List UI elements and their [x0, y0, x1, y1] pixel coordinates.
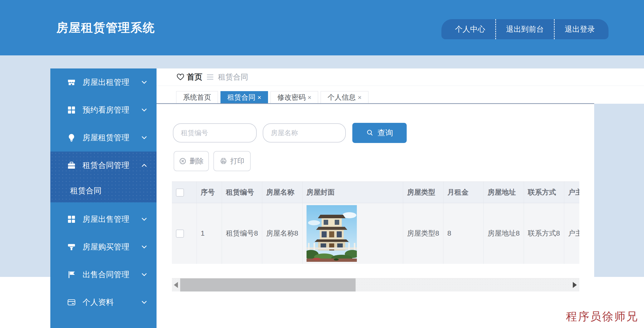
cell-index: 1 [197, 203, 222, 264]
chevron-up-icon [140, 162, 148, 169]
sidebar-item-house-sale-mgmt[interactable]: 房屋出售管理 [50, 205, 157, 233]
close-icon[interactable]: × [358, 94, 361, 101]
grid-icon [66, 105, 77, 115]
breadcrumb-home-label: 首页 [187, 72, 202, 82]
tab-system-home[interactable]: 系统首页 [176, 91, 218, 104]
select-all-checkbox[interactable] [176, 189, 184, 197]
main-panel: 查询 删除 打印 [157, 104, 594, 277]
close-icon[interactable]: × [257, 94, 261, 101]
nav-logout-label: 退出登录 [565, 24, 595, 34]
app-title: 房屋租赁管理系统 [56, 0, 155, 55]
col-header-owner: 户主 [564, 182, 579, 203]
scroll-left-arrow-icon[interactable] [174, 282, 178, 288]
cell-house-type: 房屋类型8 [403, 203, 443, 264]
house-name-input[interactable] [263, 123, 346, 142]
col-header-rent: 月租金 [443, 182, 483, 203]
delete-button-label: 删除 [190, 156, 204, 166]
tab-lease-contract[interactable]: 租赁合同 × [220, 91, 268, 104]
card-icon [66, 297, 77, 307]
search-button[interactable]: 查询 [352, 123, 407, 143]
tab-label: 修改密码 [277, 93, 306, 102]
close-icon[interactable]: × [308, 94, 311, 101]
col-header-house-name: 房屋名称 [262, 182, 302, 203]
cell-cover [302, 203, 403, 264]
sidebar-item-personal-profile[interactable]: 个人资料 [50, 288, 157, 316]
app-root: 房屋租赁管理系统 个人中心 退出到前台 退出登录 房屋出租管理 [0, 0, 644, 328]
tab-personal-info[interactable]: 个人信息 × [321, 91, 368, 104]
sidebar: 房屋出租管理 预约看房管理 [50, 68, 157, 328]
col-header-rent-no: 租赁编号 [222, 182, 262, 203]
sidebar-item-house-purchase-mgmt[interactable]: 房屋购买管理 [50, 233, 157, 261]
scroll-right-arrow-icon[interactable] [573, 282, 577, 288]
sidebar-item-viewing-booking[interactable]: 预约看房管理 [50, 96, 157, 124]
nav-profile-center[interactable]: 个人中心 [445, 19, 495, 39]
sidebar-item-lease-contract-mgmt[interactable]: 租赁合同管理 [50, 152, 157, 179]
table-row: 1 租赁编号8 房屋名称8 [172, 203, 579, 264]
row-checkbox[interactable] [176, 230, 184, 238]
tab-label: 个人信息 [327, 93, 356, 102]
heart-icon [176, 73, 185, 81]
sidebar-item-label: 房屋购买管理 [83, 242, 129, 252]
col-header-index: 序号 [197, 182, 222, 203]
house-photo [307, 205, 357, 262]
briefcase-icon [66, 160, 77, 170]
sidebar-item-label: 个人资料 [83, 297, 114, 308]
sidebar-item-label: 租赁合同管理 [83, 160, 129, 171]
sidebar-item-house-leasing[interactable]: 房屋租赁管理 [50, 124, 157, 152]
sidebar-subitem-label: 租赁合同 [70, 186, 101, 196]
cell-owner: 户主8 [564, 203, 579, 264]
grid-icon [66, 214, 77, 224]
sidebar-subitem-lease-contract[interactable]: 租赁合同 [50, 179, 157, 202]
cell-address: 房屋地址8 [483, 203, 524, 264]
col-header-address: 房屋地址 [483, 182, 524, 203]
printer-icon [220, 157, 227, 165]
cell-rent: 8 [443, 203, 483, 264]
watermark-text: 程序员徐师兄 [566, 309, 638, 324]
chevron-down-icon [140, 134, 148, 141]
search-icon [366, 129, 374, 137]
cell-contact: 联系方式8 [524, 203, 564, 264]
sidebar-item-sale-contract-mgmt[interactable]: 出售合同管理 [50, 261, 157, 288]
horizontal-scrollbar[interactable] [172, 278, 579, 291]
chevron-down-icon [140, 215, 148, 223]
app-header: 房屋租赁管理系统 个人中心 退出到前台 退出登录 [0, 0, 644, 55]
col-header-contact: 联系方式 [524, 182, 564, 203]
delete-button[interactable]: 删除 [174, 151, 209, 171]
lightbulb-icon [66, 133, 77, 143]
breadcrumb-current: 租赁合同 [218, 72, 248, 82]
cell-house-name: 房屋名称8 [262, 203, 302, 264]
search-button-label: 查询 [377, 128, 393, 138]
data-table: 序号 租赁编号 房屋名称 房屋封面 房屋类型 月租金 房屋地址 联系方式 户主 [172, 181, 579, 276]
sidebar-item-label: 出售合同管理 [83, 269, 129, 280]
circle-x-icon [179, 157, 186, 165]
tab-label: 系统首页 [183, 93, 211, 102]
sidebar-item-label: 房屋出售管理 [83, 214, 129, 225]
sidebar-spacer [50, 202, 157, 205]
sidebar-item-label: 房屋出租管理 [83, 77, 129, 88]
breadcrumb-home-link[interactable]: 首页 [176, 72, 202, 82]
flag-icon [66, 270, 77, 280]
col-header-house-type: 房屋类型 [403, 182, 443, 203]
nav-profile-center-label: 个人中心 [455, 24, 485, 34]
header-nav: 个人中心 退出到前台 退出登录 [441, 19, 609, 39]
sidebar-group-lease-contract: 租赁合同管理 租赁合同 [50, 152, 157, 202]
nav-exit-to-front[interactable]: 退出到前台 [495, 19, 554, 39]
rent-no-input[interactable] [173, 123, 257, 142]
print-button[interactable]: 打印 [213, 151, 251, 171]
chevron-down-icon [140, 271, 148, 278]
breadcrumb: 首页 租赁合同 [176, 68, 248, 86]
nav-logout[interactable]: 退出登录 [554, 19, 605, 39]
topbar: 首页 租赁合同 系统首页 租赁合同 × 修改密码 × 个人信息 × [157, 68, 644, 104]
brush-icon [66, 242, 77, 252]
cell-rent-no: 租赁编号8 [222, 203, 262, 264]
tab-label: 租赁合同 [227, 93, 255, 102]
print-button-label: 打印 [230, 156, 244, 166]
chevron-down-icon [140, 243, 148, 251]
nav-exit-to-front-label: 退出到前台 [506, 24, 544, 34]
tab-change-password[interactable]: 修改密码 × [271, 91, 318, 104]
sidebar-item-house-rent-out[interactable]: 房屋出租管理 [50, 68, 157, 96]
chevron-down-icon [140, 299, 148, 306]
breadcrumb-divider [157, 86, 644, 86]
sidebar-item-label: 预约看房管理 [83, 105, 129, 115]
scrollbar-thumb[interactable] [180, 278, 356, 291]
